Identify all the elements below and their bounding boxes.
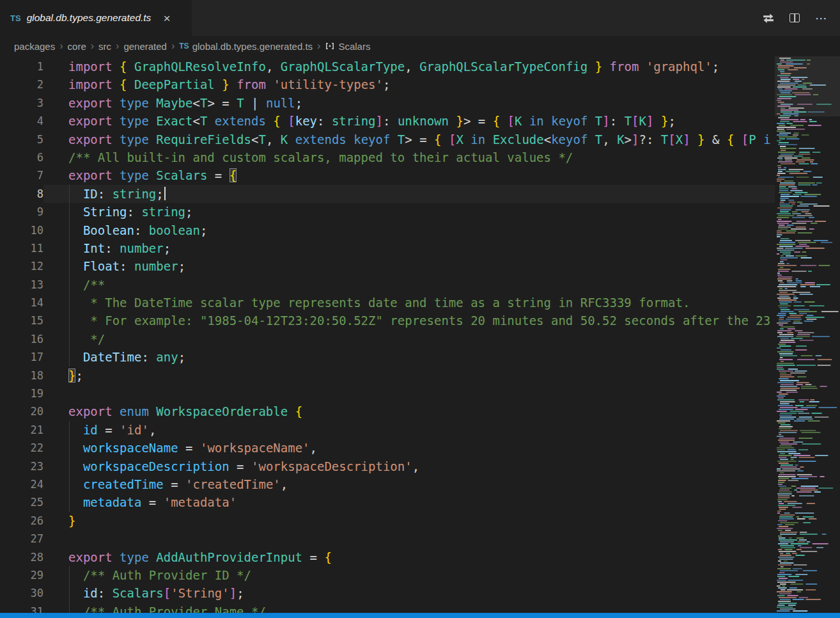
breadcrumb-label: generated: [123, 41, 167, 52]
line-number[interactable]: 19: [0, 384, 43, 402]
token: =: [141, 495, 163, 509]
token: type: [120, 114, 156, 128]
code-text: */: [43, 330, 775, 348]
breadcrumb-item-generated[interactable]: generated: [123, 41, 167, 52]
minimap[interactable]: [775, 56, 840, 613]
token: ;: [200, 223, 207, 237]
code-line-20[interactable]: 20export enum WorkspaceOrderable {: [0, 402, 775, 420]
line-number[interactable]: 10: [0, 221, 43, 239]
code-line-14[interactable]: 14 * The DateTime scalar type represents…: [0, 294, 775, 312]
token: [68, 477, 83, 491]
code-line-11[interactable]: 11 Int: number;: [0, 239, 775, 257]
line-number[interactable]: 8: [0, 185, 43, 203]
code-line-25[interactable]: 25 metadata = 'metadata': [0, 493, 775, 511]
code-line-26[interactable]: 26}: [0, 512, 775, 530]
token: :: [127, 205, 142, 219]
token: T: [200, 96, 207, 110]
code-text: /** Auth Provider ID */: [43, 566, 775, 584]
token: }: [697, 132, 704, 147]
line-number[interactable]: 27: [0, 530, 43, 548]
token: id: [83, 423, 98, 437]
code-line-8[interactable]: 8 ID: string;: [0, 185, 775, 203]
close-tab-icon[interactable]: ×: [163, 12, 170, 24]
more-actions-icon[interactable]: ⋯: [815, 12, 827, 24]
breadcrumb-item-src[interactable]: src: [98, 41, 111, 52]
line-number[interactable]: 21: [0, 421, 43, 439]
code-line-5[interactable]: 5export type RequireFields<T, K extends …: [0, 131, 775, 148]
code-line-31[interactable]: 31 /** Auth Provider Name */: [0, 603, 775, 613]
line-number[interactable]: 11: [0, 239, 43, 257]
line-number[interactable]: 18: [0, 367, 43, 384]
line-number[interactable]: 2: [0, 75, 43, 93]
line-number[interactable]: 16: [0, 330, 43, 348]
line-number[interactable]: 9: [0, 203, 43, 221]
code-line-23[interactable]: 23 workspaceDescription = 'workspaceDesc…: [0, 457, 775, 475]
line-number[interactable]: 4: [0, 112, 43, 130]
code-line-2[interactable]: 2import { DeepPartial } from 'utility-ty…: [0, 75, 775, 93]
line-number[interactable]: 5: [0, 131, 43, 148]
line-number[interactable]: 26: [0, 512, 43, 530]
indent-guide: [69, 312, 70, 329]
breadcrumb-item-core[interactable]: core: [68, 41, 86, 52]
line-number[interactable]: 24: [0, 475, 43, 493]
code-line-9[interactable]: 9 String: string;: [0, 203, 775, 221]
code-line-29[interactable]: 29 /** Auth Provider ID */: [0, 566, 775, 584]
token: <: [544, 132, 551, 147]
line-number[interactable]: 14: [0, 294, 43, 312]
code-text: }: [43, 512, 775, 530]
line-number[interactable]: 28: [0, 548, 43, 566]
code-line-22[interactable]: 22 workspaceName = 'workspaceName',: [0, 439, 775, 457]
line-number[interactable]: 15: [0, 312, 43, 329]
line-number[interactable]: 31: [0, 603, 43, 613]
token: [: [668, 132, 675, 147]
line-number[interactable]: 20: [0, 402, 43, 420]
code-line-6[interactable]: 6/** All built-in and custom scalars, ma…: [0, 148, 775, 166]
line-number[interactable]: 29: [0, 566, 43, 584]
code-line-12[interactable]: 12 Float: number;: [0, 257, 775, 275]
code-line-19[interactable]: 19: [0, 384, 775, 402]
code-line-7[interactable]: 7export type Scalars = {: [0, 166, 775, 184]
code-line-13[interactable]: 13 /**: [0, 276, 775, 294]
line-number[interactable]: 25: [0, 493, 43, 511]
code-line-15[interactable]: 15 * For example: "1985-04-12T23:20:50.5…: [0, 312, 775, 329]
code-line-3[interactable]: 3export type Maybe<T> = T | null;: [0, 94, 775, 112]
code-line-4[interactable]: 4export type Exact<T extends { [key: str…: [0, 112, 775, 130]
line-number[interactable]: 17: [0, 348, 43, 366]
tab-global-db-types-generated-ts[interactable]: TS global.db.types.generated.ts ×: [0, 0, 192, 36]
line-number[interactable]: 12: [0, 257, 43, 275]
token: in keyof: [522, 114, 595, 128]
token: [68, 332, 83, 346]
breadcrumb-label: src: [98, 41, 111, 52]
line-number[interactable]: 6: [0, 148, 43, 166]
line-number[interactable]: 13: [0, 276, 43, 294]
code-line-28[interactable]: 28export type AddAuthProviderInput = {: [0, 548, 775, 566]
code-line-27[interactable]: 27: [0, 530, 775, 548]
open-changes-icon[interactable]: [763, 12, 774, 24]
line-number[interactable]: 30: [0, 584, 43, 602]
indent-guide: [69, 493, 70, 511]
code-line-10[interactable]: 10 Boolean: boolean;: [0, 221, 775, 239]
breadcrumb-item-scalars[interactable]: Scalars: [325, 41, 370, 52]
line-number[interactable]: 23: [0, 457, 43, 475]
split-editor-icon[interactable]: [789, 13, 800, 22]
code-line-16[interactable]: 16 */: [0, 330, 775, 348]
code-line-30[interactable]: 30 id: Scalars['String'];: [0, 584, 775, 602]
token: ;: [295, 96, 302, 110]
tab-label: global.db.types.generated.ts: [27, 12, 152, 24]
code-text: /** All built-in and custom scalars, map…: [43, 148, 775, 166]
code-line-24[interactable]: 24 createdTime = 'createdTime',: [0, 475, 775, 493]
code-editor[interactable]: 1import { GraphQLResolveInfo, GraphQLSca…: [0, 56, 840, 613]
breadcrumb-item-packages[interactable]: packages: [14, 41, 55, 52]
code-text: String: string;: [43, 203, 775, 221]
token: export: [68, 550, 120, 564]
line-number[interactable]: 3: [0, 94, 43, 112]
code-line-17[interactable]: 17 DateTime: any;: [0, 348, 775, 366]
code-line-1[interactable]: 1import { GraphQLResolveInfo, GraphQLSca…: [0, 58, 775, 75]
line-number[interactable]: 22: [0, 439, 43, 457]
code-line-21[interactable]: 21 id = 'id',: [0, 421, 775, 439]
line-number[interactable]: 7: [0, 166, 43, 184]
line-number[interactable]: 1: [0, 58, 43, 75]
minimap-slider[interactable]: [775, 56, 840, 116]
breadcrumb-item-global-db-types-generated-ts[interactable]: TSglobal.db.types.generated.ts: [179, 41, 313, 52]
code-line-18[interactable]: 18};: [0, 367, 775, 384]
